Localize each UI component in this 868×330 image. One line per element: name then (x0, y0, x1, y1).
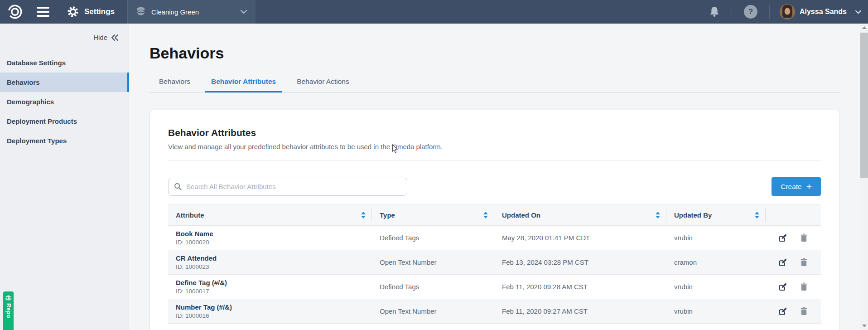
attribute-id: ID: 1000023 (176, 263, 364, 270)
bell-icon (709, 6, 720, 18)
trash-icon (800, 258, 808, 267)
attribute-type: Open Text Number (372, 307, 494, 315)
trash-icon (800, 282, 808, 291)
database-selector[interactable]: Cleaning Green (128, 0, 256, 24)
updated-by: vrubin (666, 307, 766, 315)
trash-icon (800, 307, 808, 315)
edit-button[interactable] (779, 307, 787, 315)
table-row: Book Name ID: 1000020 Defined Tags May 2… (168, 226, 821, 250)
attribute-type: Defined Tags (372, 234, 494, 242)
database-icon (136, 6, 146, 17)
column-header-updated-by[interactable]: Updated By (666, 204, 766, 225)
attribute-name[interactable]: CR Attended (176, 254, 364, 262)
updated-on: Feb 13, 2024 03:28 PM CST (494, 258, 666, 266)
help-button[interactable]: ? (732, 5, 769, 19)
updated-by: cramon (666, 258, 766, 266)
delete-button[interactable] (800, 233, 808, 242)
user-name: Alyssa Sands (800, 8, 847, 16)
column-header-attribute[interactable]: Attribute (168, 204, 372, 225)
scroll-down-arrow[interactable] (860, 322, 868, 330)
delete-button[interactable] (800, 258, 808, 267)
updated-by: vrubin (666, 283, 766, 291)
create-button[interactable]: Create + (772, 177, 821, 196)
card-divider (168, 160, 821, 161)
page-title: Behaviors (149, 44, 860, 62)
attribute-name[interactable]: Book Name (176, 230, 364, 238)
gear-icon (67, 6, 79, 18)
chevron-down-icon (240, 10, 247, 14)
attribute-name[interactable]: Define Tag (#/&) (176, 279, 364, 286)
table-row: Define Tag (#/&) ID: 1000017 Defined Tag… (168, 275, 821, 299)
table-row: CR Attended ID: 1000023 Open Text Number… (168, 250, 821, 275)
search-input[interactable] (186, 183, 401, 190)
scroll-up-arrow[interactable] (860, 24, 868, 32)
search-box[interactable] (168, 178, 407, 196)
updated-by: vrubin (666, 234, 766, 242)
tab-bar: Behaviors Behavior Attributes Behavior A… (149, 75, 840, 93)
plus-icon: + (806, 182, 812, 191)
hide-sidebar-button[interactable]: Hide (0, 24, 129, 53)
settings-sidebar: Hide Database Settings Behaviors Demogra… (0, 24, 129, 330)
chevron-down-icon (855, 10, 862, 14)
attribute-id: ID: 1000016 (176, 312, 364, 319)
table-toolbar: Create + (168, 177, 821, 196)
sort-icon[interactable] (361, 212, 366, 218)
attribute-id: ID: 1000020 (176, 239, 364, 246)
report-bug-badge[interactable]: Repo (3, 291, 14, 330)
edit-button[interactable] (779, 233, 787, 242)
column-header-updated-on[interactable]: Updated On (494, 204, 666, 225)
behavior-attributes-table: Attribute Type Updated On Updated By (168, 204, 821, 324)
attribute-type: Defined Tags (372, 283, 494, 291)
updated-on: Feb 11, 2020 09:28 AM CST (494, 283, 666, 291)
attribute-type: Open Text Number (372, 258, 494, 266)
card-description: View and manage all your predefined beha… (168, 143, 821, 150)
edit-icon (779, 233, 787, 242)
top-navbar: Settings Cleaning Green (0, 0, 868, 24)
sort-icon[interactable] (755, 212, 759, 218)
sort-icon[interactable] (656, 212, 660, 218)
omeda-logo-icon[interactable] (0, 3, 30, 20)
column-header-actions (766, 204, 821, 225)
sidebar-item-database-settings[interactable]: Database Settings (0, 53, 129, 73)
sidebar-item-deployment-types[interactable]: Deployment Types (0, 131, 129, 150)
column-header-type[interactable]: Type (372, 204, 494, 225)
settings-label: Settings (84, 7, 115, 16)
tab-behavior-actions[interactable]: Behavior Actions (291, 75, 355, 92)
avatar (780, 4, 795, 19)
settings-nav[interactable]: Settings (56, 0, 127, 24)
trash-icon (800, 233, 808, 242)
sort-icon[interactable] (483, 212, 488, 218)
behavior-attributes-card: Behavior Attributes View and manage all … (149, 110, 839, 330)
bug-icon (5, 294, 12, 301)
tab-behavior-attributes[interactable]: Behavior Attributes (205, 75, 282, 92)
sidebar-item-behaviors[interactable]: Behaviors (0, 73, 129, 92)
sidebar-item-demographics[interactable]: Demographics (0, 92, 129, 112)
edit-icon (779, 307, 787, 315)
updated-on: May 28, 2020 01:41 PM CDT (494, 234, 666, 242)
delete-button[interactable] (800, 282, 808, 291)
database-selector-label: Cleaning Green (151, 8, 235, 16)
tab-behaviors[interactable]: Behaviors (153, 75, 196, 92)
scrollbar-thumb[interactable] (860, 33, 868, 178)
card-title: Behavior Attributes (168, 127, 821, 138)
main-content: Behaviors Behaviors Behavior Attributes … (129, 24, 860, 330)
sidebar-item-deployment-products[interactable]: Deployment Products (0, 112, 129, 131)
hamburger-menu-icon[interactable] (30, 7, 56, 17)
edit-icon (779, 282, 787, 291)
edit-button[interactable] (779, 258, 787, 267)
report-bug-label: Repo (5, 303, 12, 318)
double-chevron-left-icon (111, 34, 119, 41)
edit-icon (779, 258, 787, 267)
help-icon: ? (744, 5, 757, 19)
hide-label: Hide (93, 34, 107, 41)
notifications-button[interactable] (697, 6, 732, 18)
attribute-name[interactable]: Number Tag (#/&) (176, 303, 364, 311)
user-menu[interactable]: Alyssa Sands (770, 4, 868, 19)
search-icon (174, 183, 182, 190)
edit-button[interactable] (779, 282, 787, 291)
table-row: Number Tag (#/&) ID: 1000016 Open Text N… (168, 299, 821, 324)
delete-button[interactable] (800, 307, 808, 315)
updated-on: Feb 11, 2020 09:27 AM CST (494, 307, 666, 315)
attribute-id: ID: 1000017 (176, 288, 364, 295)
vertical-scrollbar[interactable] (860, 24, 868, 330)
